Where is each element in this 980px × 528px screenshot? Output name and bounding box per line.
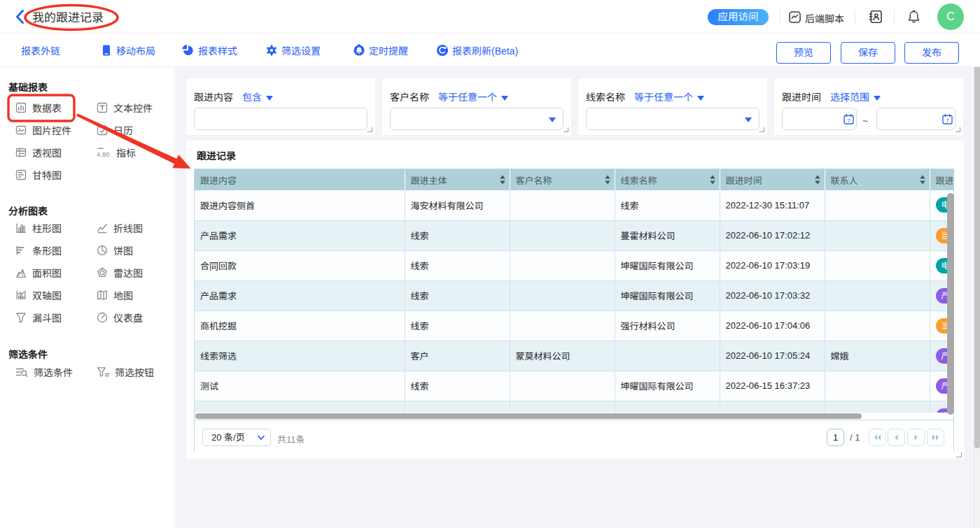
svg-text:7: 7 <box>946 117 949 124</box>
svg-text:4,80: 4,80 <box>97 150 110 158</box>
svg-text:7: 7 <box>847 117 850 124</box>
